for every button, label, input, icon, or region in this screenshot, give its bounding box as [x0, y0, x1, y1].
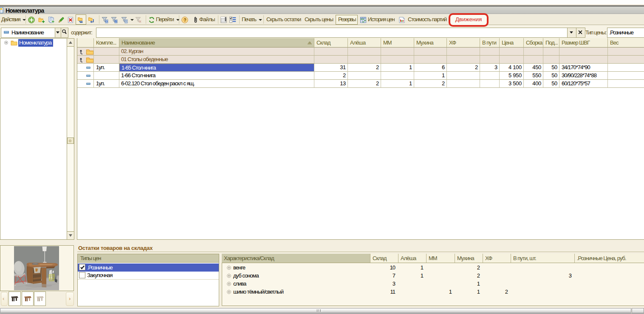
svg-text:?: ?: [184, 18, 186, 22]
